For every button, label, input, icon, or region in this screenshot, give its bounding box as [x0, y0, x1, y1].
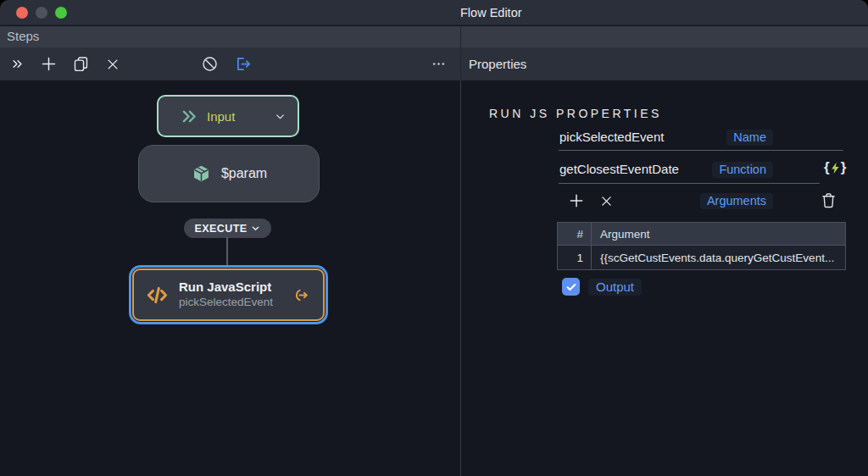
zoom-window-button[interactable]	[55, 7, 67, 19]
titlebar: Flow Editor	[0, 0, 868, 25]
panel-divider-top	[460, 25, 461, 80]
argument-row-value[interactable]: {{scGetCustEvents.data.queryGetCustEvent…	[592, 252, 845, 264]
name-field-label: Name	[726, 130, 773, 146]
function-picker-icon[interactable]: { }	[824, 159, 846, 176]
add-step-icon[interactable]	[36, 47, 60, 80]
name-field-underline	[559, 150, 843, 151]
duplicate-icon[interactable]	[69, 47, 92, 80]
add-argument-icon[interactable]	[565, 191, 587, 211]
more-icon[interactable]	[426, 47, 450, 80]
window-title: Flow Editor	[460, 5, 522, 20]
trash-icon[interactable]	[817, 190, 839, 210]
flow-connector-line	[226, 237, 228, 267]
chevron-down-icon	[251, 224, 260, 233]
traffic-lights	[16, 7, 67, 19]
runjs-node-title: Run JavaScript	[179, 280, 273, 296]
properties-panel: RUN JS PROPERTIES Name pickSelectedEvent…	[461, 80, 868, 476]
column-header-index: #	[558, 223, 592, 245]
runjs-node: Run JavaScript pickSelectedEvent	[132, 268, 325, 321]
exit-arrow-icon	[293, 287, 309, 303]
flow-canvas[interactable]: Input $param EXECUTE Run JavaScript	[0, 80, 460, 476]
bolt-icon	[831, 162, 840, 174]
param-node-label: $param	[221, 166, 267, 181]
properties-heading: RUN JS PROPERTIES	[489, 107, 662, 120]
execute-label: EXECUTE	[195, 223, 248, 235]
argument-row[interactable]: 1 {{scGetCustEvents.data.queryGetCustEve…	[558, 246, 845, 269]
remove-argument-icon[interactable]	[595, 191, 617, 211]
column-header-argument: Argument	[592, 228, 845, 241]
function-field-input[interactable]: getClosestEventDate	[559, 162, 679, 176]
arguments-table: # Argument 1 {{scGetCustEvents.data.quer…	[557, 222, 846, 270]
checkmark-icon	[565, 281, 577, 293]
arguments-field-label: Arguments	[700, 193, 773, 209]
chevron-down-icon[interactable]	[275, 111, 286, 122]
chevrons-right-icon	[181, 108, 198, 125]
steps-panel-title: Steps	[7, 29, 39, 43]
runjs-node-selected[interactable]: Run JavaScript pickSelectedEvent	[129, 265, 328, 324]
flow-editor-window: Flow Editor Steps Properties	[0, 0, 868, 476]
function-field-label: Function	[712, 162, 773, 178]
output-checkbox[interactable]	[562, 278, 580, 296]
execute-branch-pill[interactable]: EXECUTE	[184, 219, 271, 238]
chevrons-right-icon[interactable]	[5, 47, 29, 80]
argument-row-index: 1	[558, 246, 592, 269]
minimize-window-button[interactable]	[36, 7, 47, 19]
properties-panel-title: Properties	[469, 47, 526, 80]
runjs-node-subtitle: pickSelectedEvent	[179, 296, 273, 310]
package-icon	[191, 163, 212, 185]
panel-divider[interactable]	[460, 80, 461, 476]
steps-panel-header: Steps	[0, 26, 868, 47]
function-field-underline	[559, 183, 820, 184]
input-node-label: Input	[207, 109, 235, 124]
name-field-input[interactable]: pickSelectedEvent	[559, 130, 664, 144]
code-icon	[146, 284, 169, 307]
header-row: Properties	[0, 47, 868, 80]
delete-step-icon[interactable]	[101, 47, 125, 80]
input-node[interactable]: Input	[157, 95, 299, 137]
param-node[interactable]: $param	[138, 145, 320, 202]
arguments-table-header: # Argument	[558, 223, 845, 246]
export-icon[interactable]	[231, 47, 255, 80]
output-label: Output	[588, 279, 642, 296]
close-window-button[interactable]	[16, 7, 28, 19]
disable-icon[interactable]	[198, 47, 221, 80]
